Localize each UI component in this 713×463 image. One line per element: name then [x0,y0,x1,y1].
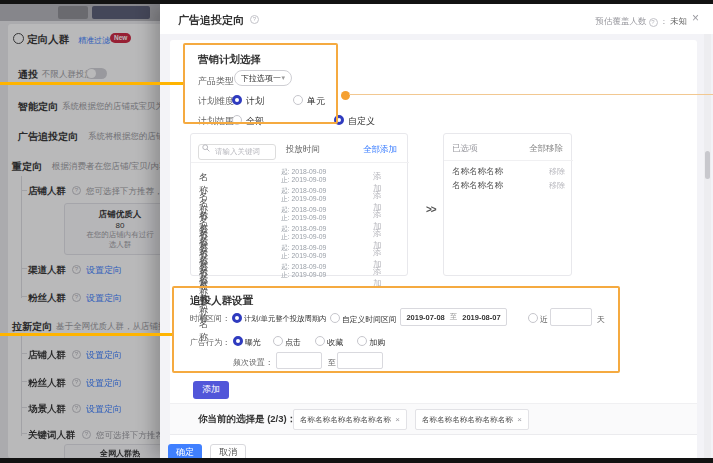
row-start: 起: 2018-09-09 [281,206,326,214]
annotation-dot [341,91,350,100]
scrollbar-track[interactable] [704,34,711,458]
help-icon[interactable]: ? [250,15,259,24]
modal-title: 广告追投定向 [178,13,244,28]
add-button-wrap: 添加 [193,378,229,396]
coverage-value: 未知 [670,16,687,28]
help-icon[interactable]: ? [649,18,658,27]
annotation-box-plan-select [183,43,338,124]
top-bar [0,0,713,4]
row-end: 止: 2019-09-09 [281,176,326,184]
scrollbar-thumb[interactable] [705,151,710,179]
transfer-arrows-icon[interactable]: >> [426,204,436,215]
row-end: 止: 2019-09-09 [281,214,326,222]
divider [191,162,409,163]
selected-title: 已选项 [452,143,478,155]
row-name: 名称名称名称 [452,180,503,192]
divider [444,160,573,161]
row-start: 起: 2018-09-09 [281,168,326,176]
add-button[interactable]: 添加 [193,381,229,399]
selection-tag: 名称名称名称名称名称名称 × [415,409,529,430]
search-icon [202,144,210,152]
row-end: 止: 2019-09-09 [281,233,326,241]
selection-tag: 名称名称名称名称名称名称 × [293,409,407,430]
selection-strip: 你当前的选择是 (2/3)： 名称名称名称名称名称名称 × 名称名称名称名称名称… [170,403,697,434]
screen: 定向人群 精准过滤 New 通投 不限人群投放 智能定向 系统根据您的店铺或宝贝… [0,0,713,463]
close-icon[interactable]: × [692,12,699,24]
cancel-button-wrap: 取消 [210,441,246,459]
row-start: 起: 2018-09-09 [281,244,326,252]
plan-selected-list: 已选项 全部移除 名称名称名称 移除 名称名称名称 移除 [443,133,572,276]
annotation-line-right [349,94,713,95]
row-remove-link[interactable]: 移除 [549,180,565,192]
radio-custom-label[interactable]: 自定义 [348,115,375,128]
selected-row: 名称名称名称 移除 [452,166,565,178]
annotation-line-left-bottom [0,333,174,336]
selection-label: 你当前的选择是 (2/3)： [198,413,296,426]
search-box [198,140,276,156]
row-start: 起: 2018-09-09 [281,187,326,195]
tag-close-icon[interactable]: × [517,415,522,424]
row-name: 名称名称名称 [452,166,503,178]
annotation-line-left-top [0,82,184,85]
row-end: 止: 2019-09-09 [281,271,326,279]
tag-close-icon[interactable]: × [395,415,400,424]
tag-text: 名称名称名称名称名称名称 [300,415,391,425]
remove-all-link[interactable]: 全部移除 [529,143,563,155]
plan-source-list: 投放时间 全部添加 名称名称名称 起: 2018-09-09 止: 2019-0… [190,133,408,276]
row-remove-link[interactable]: 移除 [549,166,565,178]
confirm-button-wrap: 确定 [168,441,202,459]
selected-row: 名称名称名称 移除 [452,180,565,192]
modal-footer: 确定 取消 [170,434,697,458]
row-start: 起: 2018-09-09 [281,263,326,271]
bottom-bar [0,458,713,463]
row-start: 起: 2018-09-09 [281,225,326,233]
coverage-label: 预估覆盖人数 [596,16,647,28]
tag-text: 名称名称名称名称名称名称 [422,415,513,425]
column-time: 投放时间 [286,144,320,156]
row-end: 止: 2019-09-09 [281,252,326,260]
row-end: 止: 2019-09-09 [281,195,326,203]
add-all-link[interactable]: 全部添加 [363,144,397,156]
annotation-box-audience-setting [172,286,620,373]
coverage-sep: ： [660,16,669,28]
coverage-estimate: 预估覆盖人数 ? ： 未知 [596,16,688,28]
